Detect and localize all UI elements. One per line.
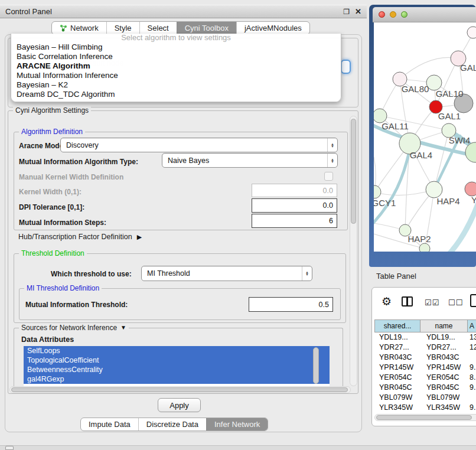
- tab-network[interactable]: Network: [52, 22, 106, 34]
- tab-cyni-toolbox[interactable]: Cyni Toolbox: [177, 22, 236, 34]
- checked-pair-icon[interactable]: ☑☑: [425, 298, 439, 307]
- cell-name[interactable]: YPR145W: [420, 363, 468, 373]
- unchecked-pair-icon[interactable]: ☐☐: [448, 298, 463, 307]
- cell-value[interactable]: 9.: [468, 383, 476, 393]
- algorithm-option[interactable]: Bayesian – Hill Climbing: [11, 43, 341, 52]
- cell-name[interactable]: YLR345W: [420, 403, 468, 413]
- mi-steps-field[interactable]: 6: [252, 214, 337, 228]
- zoom-traffic-light-icon[interactable]: [401, 11, 407, 18]
- tab-style[interactable]: Style: [106, 22, 139, 34]
- algorithm-option[interactable]: ARACNE Algorithm: [11, 61, 341, 71]
- cell-shared-name[interactable]: YPR145W: [374, 363, 420, 373]
- algorithm-option[interactable]: Bayesian – K2: [11, 80, 341, 90]
- attribute-item[interactable]: SelfLoops: [24, 346, 330, 356]
- kernel-width-field[interactable]: 0.0: [252, 184, 337, 197]
- tab-select[interactable]: Select: [139, 22, 177, 34]
- attribute-item[interactable]: BetweennessCentrality: [24, 365, 330, 374]
- table-row[interactable]: YDL19...YDL19...13: [374, 332, 476, 343]
- network-window-titlebar[interactable]: [373, 7, 476, 22]
- close-window-icon[interactable]: ✕: [355, 8, 361, 15]
- algorithm-dropdown[interactable]: Select algorithm to view settings Bayesi…: [11, 34, 341, 102]
- bottom-tab-infer-network[interactable]: Infer Network: [206, 418, 268, 431]
- cell-value[interactable]: 8.: [468, 373, 476, 383]
- network-node[interactable]: [467, 27, 476, 38]
- table-row[interactable]: YPR145WYPR145W9.: [374, 363, 476, 373]
- network-node-gcy1[interactable]: [374, 185, 381, 198]
- column-header-shared-name[interactable]: shared...: [374, 319, 420, 332]
- network-canvas[interactable]: GALGAL80GAL10GAL1GAL11SWI4GAL4GCY1HAP4YH…: [374, 22, 476, 252]
- network-node-hap4[interactable]: [426, 181, 442, 198]
- gear-icon[interactable]: ⚙: [382, 295, 392, 308]
- table-horizontal-scrollbar[interactable]: [374, 414, 476, 421]
- network-node-y[interactable]: [465, 182, 476, 196]
- sources-title: Sources for Network Inference: [21, 324, 117, 332]
- minimize-traffic-light-icon[interactable]: [390, 11, 396, 18]
- attribute-item[interactable]: TopologicalCoefficient: [24, 356, 330, 365]
- manual-kernel-checkbox[interactable]: [324, 172, 333, 181]
- node-label: HAP2: [407, 234, 431, 244]
- table-row[interactable]: YBL079WYBL079W: [374, 393, 476, 403]
- table-row[interactable]: YBR043CYBR043C: [374, 353, 476, 363]
- algorithm-option[interactable]: Dream8 DC_TDC Algorithm: [11, 90, 341, 99]
- table-row[interactable]: YLR345WYLR345W9.: [374, 403, 476, 413]
- cell-shared-name[interactable]: YBR045C: [374, 383, 420, 393]
- table-row[interactable]: YDR27...YDR27...12: [374, 343, 476, 353]
- collapsed-panel-icon[interactable]: [5, 446, 14, 450]
- cell-value[interactable]: 13: [468, 332, 476, 343]
- cell-shared-name[interactable]: YDR27...: [374, 343, 420, 353]
- algorithm-dropdown-placeholder: Select algorithm to view settings: [11, 34, 341, 43]
- mi-threshold-definition-title: MI Threshold Definition: [24, 284, 102, 292]
- new-table-icon[interactable]: [470, 294, 476, 307]
- data-attributes-list[interactable]: SelfLoopsTopologicalCoefficientBetweenne…: [24, 346, 330, 386]
- cell-value[interactable]: [468, 393, 476, 403]
- cell-value[interactable]: [468, 353, 476, 363]
- network-node[interactable]: [419, 243, 430, 252]
- cell-value[interactable]: 12: [468, 343, 476, 353]
- cell-name[interactable]: YBR045C: [420, 383, 468, 393]
- bottom-tab-discretize-data[interactable]: Discretize Data: [138, 418, 206, 431]
- cell-shared-name[interactable]: YER054C: [374, 373, 420, 383]
- cell-name[interactable]: YDL19...: [420, 332, 468, 343]
- cell-shared-name[interactable]: YLR345W: [374, 403, 420, 413]
- settings-horizontal-scrollbar[interactable]: [9, 386, 351, 393]
- dpi-tolerance-label: DPI Tolerance [0,1]:: [19, 203, 84, 211]
- combo-stepper-icon[interactable]: ▲▼: [327, 138, 337, 152]
- column-header-partial[interactable]: A: [468, 319, 476, 332]
- algorithm-option[interactable]: Basic Correlation Inference: [11, 52, 341, 61]
- collapse-arrow-icon[interactable]: ▼: [120, 324, 126, 332]
- apply-button[interactable]: Apply: [158, 398, 201, 412]
- cell-value[interactable]: 9.: [468, 363, 476, 373]
- aracne-mode-combo[interactable]: Discovery ▲▼: [60, 138, 338, 152]
- attribute-item[interactable]: gal4RGexp: [24, 374, 330, 384]
- expander-arrow-icon[interactable]: ▶: [137, 233, 142, 241]
- combo-stepper-icon[interactable]: ▲▼: [327, 154, 337, 167]
- which-threshold-combo[interactable]: MI Threshold ▲▼: [141, 266, 312, 281]
- cell-name[interactable]: YBL079W: [420, 393, 468, 403]
- cell-shared-name[interactable]: YBR043C: [374, 353, 420, 363]
- algorithm-option[interactable]: Mutual Information Inference: [11, 71, 341, 80]
- settings-vertical-scrollbar[interactable]: [350, 116, 357, 386]
- attributes-list-scrollbar[interactable]: [313, 347, 319, 384]
- close-traffic-light-icon[interactable]: [379, 11, 385, 18]
- cell-name[interactable]: YER054C: [420, 373, 468, 383]
- tab-jactivemnodules[interactable]: jActiveMNodules: [236, 22, 309, 34]
- network-view-window[interactable]: GALGAL80GAL10GAL1GAL11SWI4GAL4GCY1HAP4YH…: [369, 5, 476, 267]
- mi-algorithm-type-combo[interactable]: Naive Bayes ▲▼: [162, 153, 338, 168]
- network-graph[interactable]: GALGAL80GAL10GAL1GAL11SWI4GAL4GCY1HAP4YH…: [374, 22, 476, 252]
- mi-threshold-field[interactable]: 0.5: [249, 297, 333, 312]
- cell-name[interactable]: YDR27...: [420, 343, 468, 353]
- cell-value[interactable]: 9.: [468, 403, 476, 413]
- dpi-tolerance-field[interactable]: 0.0: [252, 198, 337, 213]
- column-header-name[interactable]: name: [420, 319, 468, 332]
- table-row[interactable]: YER054CYER054C8.: [374, 373, 476, 383]
- table-row[interactable]: YBR045CYBR045C9.: [374, 383, 476, 393]
- cell-shared-name[interactable]: YDL19...: [374, 332, 420, 343]
- combo-stepper-icon[interactable]: ▲▼: [302, 266, 312, 281]
- hub-definition-expander[interactable]: Hub/Transcription Factor Definition ▶: [18, 233, 142, 241]
- cell-shared-name[interactable]: YBL079W: [374, 393, 420, 403]
- bottom-tab-impute-data[interactable]: Impute Data: [81, 418, 138, 431]
- node-label: GAL11: [382, 121, 409, 131]
- float-window-icon[interactable]: ❐: [343, 8, 350, 15]
- columns-icon[interactable]: [402, 296, 413, 306]
- cell-name[interactable]: YBR043C: [420, 353, 468, 363]
